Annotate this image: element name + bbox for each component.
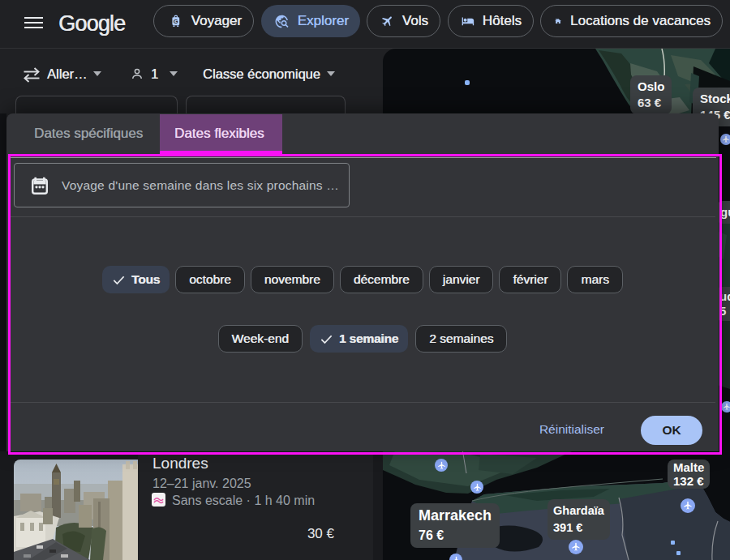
svg-text:G: G xyxy=(174,18,178,25)
